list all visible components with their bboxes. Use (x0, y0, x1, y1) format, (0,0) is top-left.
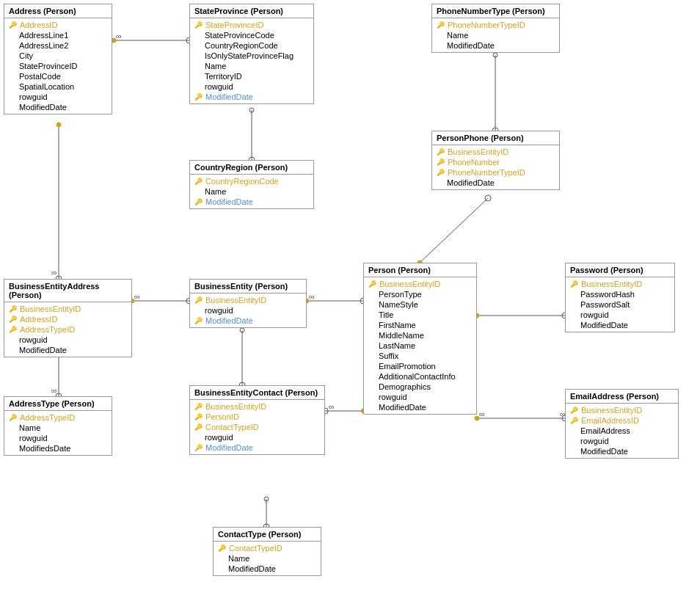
table-fields-PersonPhone: 🔑BusinessEntityID🔑PhoneNumber🔑PhoneNumbe… (432, 145, 559, 189)
pk-icon: 🔑 (437, 159, 445, 166)
table-BusinessEntityAddress: BusinessEntityAddress (Person)🔑BusinessE… (4, 279, 132, 357)
field-label: PhoneNumber (448, 158, 500, 167)
table-header-BusinessEntityContact: BusinessEntityContact (Person) (190, 386, 324, 400)
table-StateProvince: StateProvince (Person)🔑StateProvinceIDSt… (189, 4, 314, 104)
field-label: City (19, 51, 33, 60)
pk-icon: 🔑 (570, 280, 578, 288)
field-row: AddressLine2 (4, 40, 112, 51)
svg-point-37 (475, 416, 479, 420)
svg-point-9 (493, 53, 497, 57)
field-row: Name (214, 553, 321, 564)
field-label: LastName (379, 341, 415, 350)
field-label: StateProvinceID (205, 21, 263, 29)
field-row: rowguid (4, 335, 131, 345)
table-fields-PhoneNumberType: 🔑PhoneNumberTypeIDNameModifiedDate (432, 18, 559, 52)
field-label: Name (205, 187, 226, 196)
field-row: 🔑AddressID (4, 20, 112, 30)
field-label: rowguid (379, 393, 407, 401)
field-row: PersonType (364, 289, 476, 299)
field-label: ModifiedDate (580, 447, 628, 456)
field-row: ModifiedDate (432, 40, 559, 51)
field-row: rowguid (364, 392, 476, 402)
field-row: Name (4, 423, 112, 433)
table-BusinessEntity: BusinessEntity (Person)🔑BusinessEntityID… (189, 279, 307, 328)
table-header-PhoneNumberType: PhoneNumberType (Person) (432, 4, 559, 18)
pk-icon: 🔑 (218, 544, 226, 552)
field-label: rowguid (19, 434, 48, 442)
field-row: 🔑PersonID (190, 412, 324, 422)
svg-text:∞: ∞ (134, 292, 140, 301)
table-CountryRegion: CountryRegion (Person)🔑CountryRegionCode… (189, 160, 314, 209)
fk-icon: 🔑 (194, 317, 203, 324)
svg-text:∞: ∞ (51, 386, 57, 395)
field-label: ModifiedDate (447, 41, 495, 50)
pk-icon: 🔑 (570, 417, 578, 424)
field-label: CountryRegionCode (205, 41, 278, 50)
field-label: rowguid (19, 92, 48, 101)
field-label: ContactTypeID (205, 423, 259, 431)
pk-icon: 🔑 (194, 296, 203, 304)
table-header-Address: Address (Person) (4, 4, 112, 18)
svg-point-30 (240, 328, 244, 332)
field-row: 🔑AddressTypeID (4, 324, 131, 335)
pk-icon: 🔑 (194, 403, 203, 410)
field-label: PhoneNumberTypeID (448, 21, 525, 29)
table-header-StateProvince: StateProvince (Person) (190, 4, 313, 18)
field-label: AddressLine1 (19, 31, 68, 40)
pk-icon: 🔑 (437, 169, 445, 176)
field-label: BusinessEntityID (581, 280, 642, 288)
field-row: Name (190, 61, 313, 71)
table-fields-BusinessEntityContact: 🔑BusinessEntityID🔑PersonID🔑ContactTypeID… (190, 400, 324, 454)
field-row: 🔑ModifiedDate (190, 92, 313, 102)
field-row: ModifiedDate (4, 102, 112, 112)
field-row: ModifiedDate (214, 564, 321, 574)
field-row: EmailAddress (566, 426, 678, 436)
field-label: AdditionalContactInfo (379, 372, 456, 381)
field-label: ModifiedDate (205, 92, 253, 101)
field-label: Title (379, 310, 393, 319)
field-row: 🔑BusinessEntityID (4, 304, 131, 314)
table-fields-BusinessEntityAddress: 🔑BusinessEntityID🔑AddressID🔑AddressTypeI… (4, 302, 131, 357)
field-label: ContactTypeID (229, 544, 282, 553)
field-row: 🔑ModifiedDate (190, 197, 313, 207)
field-row: 🔑AddressTypeID (4, 412, 112, 423)
field-row: City (4, 51, 112, 61)
field-row: 🔑EmailAddressID (566, 415, 678, 426)
field-row: 🔑CountryRegionCode (190, 176, 313, 186)
field-row: StateProvinceID (4, 61, 112, 71)
field-row: 🔑StateProvinceID (190, 20, 313, 30)
pk-icon: 🔑 (9, 21, 17, 29)
field-label: PasswordHash (580, 290, 635, 299)
field-label: MiddleName (379, 331, 424, 340)
pk-icon: 🔑 (9, 316, 17, 323)
field-label: BusinessEntityID (379, 280, 440, 288)
svg-text:∞: ∞ (51, 268, 57, 277)
field-row: Title (364, 310, 476, 320)
field-row: Name (190, 186, 313, 197)
field-row: MiddleName (364, 330, 476, 340)
field-row: 🔑BusinessEntityID (190, 295, 306, 305)
table-ContactType: ContactType (Person)🔑ContactTypeIDNameMo… (213, 527, 321, 576)
pk-icon: 🔑 (368, 280, 376, 288)
field-row: CountryRegionCode (190, 40, 313, 51)
field-label: StateProvinceID (19, 62, 77, 70)
field-row: 🔑BusinessEntityID (190, 401, 324, 412)
field-label: EmailPromotion (379, 362, 436, 371)
table-fields-Person: 🔑BusinessEntityIDPersonTypeNameStyleTitl… (364, 277, 476, 414)
svg-text:∞: ∞ (479, 409, 485, 418)
field-label: rowguid (580, 437, 609, 445)
field-row: rowguid (190, 432, 324, 442)
field-label: PostalCode (19, 72, 61, 81)
field-row: IsOnlyStateProvinceFlag (190, 51, 313, 61)
pk-icon: 🔑 (194, 413, 203, 420)
pk-icon: 🔑 (570, 407, 578, 414)
field-row: rowguid (190, 81, 313, 92)
field-row: rowguid (566, 436, 678, 446)
field-row: PostalCode (4, 71, 112, 81)
field-label: EmailAddress (580, 426, 630, 435)
field-label: rowguid (205, 306, 233, 315)
field-row: Demographics (364, 382, 476, 392)
table-fields-ContactType: 🔑ContactTypeIDNameModifiedDate (214, 542, 321, 575)
field-row: rowguid (566, 310, 674, 320)
pk-icon: 🔑 (437, 148, 445, 156)
